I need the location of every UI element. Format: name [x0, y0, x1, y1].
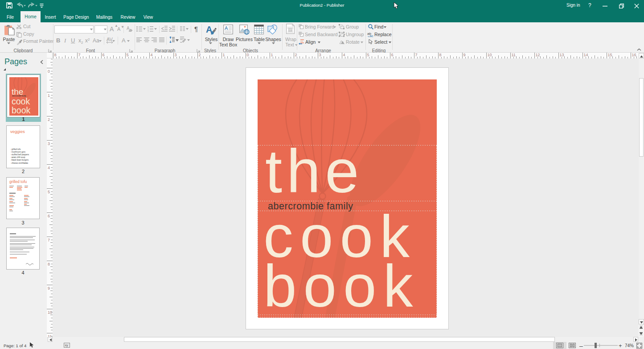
svg-text:0: 0: [247, 53, 249, 57]
svg-text:1: 1: [271, 53, 273, 57]
svg-text:15: 15: [608, 53, 612, 57]
svg-text:A: A: [127, 26, 130, 31]
svg-text:5: 5: [127, 53, 129, 57]
svg-text:8: 8: [439, 53, 442, 57]
svg-text:7: 7: [78, 53, 81, 57]
svg-text:7: 7: [48, 238, 50, 242]
svg-text:13: 13: [560, 53, 564, 57]
svg-text:3: 3: [319, 53, 321, 57]
svg-text:10: 10: [488, 53, 492, 57]
svg-text:0: 0: [48, 69, 50, 74]
svg-text:A: A: [225, 25, 228, 31]
svg-text:2: 2: [48, 117, 50, 122]
svg-text:8: 8: [54, 53, 57, 57]
svg-text:6: 6: [103, 53, 105, 57]
svg-text:6: 6: [391, 53, 394, 57]
svg-text:4: 4: [151, 53, 153, 57]
svg-text:ac: ac: [369, 34, 373, 37]
svg-text:1: 1: [223, 53, 225, 57]
svg-text:3: 3: [175, 53, 177, 57]
svg-text:3: 3: [148, 30, 149, 32]
svg-text:11: 11: [512, 53, 516, 57]
svg-text:16: 16: [632, 53, 636, 57]
svg-text:4: 4: [48, 166, 50, 170]
svg-text:5: 5: [48, 190, 50, 194]
svg-text:1: 1: [48, 93, 50, 98]
svg-text:4: 4: [343, 53, 345, 57]
svg-text:9: 9: [464, 53, 466, 57]
svg-text:14: 14: [584, 53, 588, 57]
svg-text:2: 2: [199, 53, 201, 57]
svg-text:9: 9: [48, 286, 50, 291]
svg-text:8: 8: [48, 262, 50, 266]
svg-text:7: 7: [415, 53, 418, 57]
svg-text:6: 6: [48, 214, 50, 218]
svg-text:3: 3: [48, 141, 50, 146]
svg-text:xy: xy: [65, 344, 69, 347]
svg-text:2: 2: [295, 53, 297, 57]
svg-text:5: 5: [367, 53, 369, 57]
svg-text:12: 12: [536, 53, 540, 57]
